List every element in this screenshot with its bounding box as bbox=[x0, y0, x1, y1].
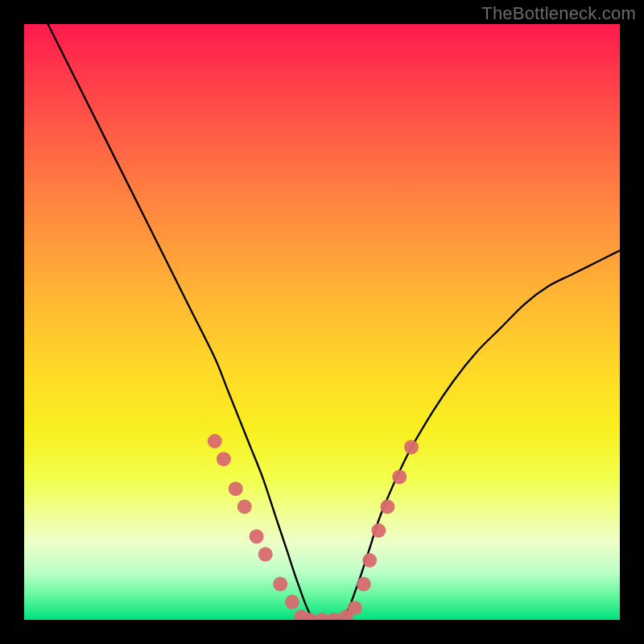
curve-marker bbox=[217, 452, 231, 466]
curve-marker bbox=[371, 523, 386, 538]
watermark-text: TheBottleneck.com bbox=[481, 3, 636, 24]
curve-marker bbox=[237, 499, 252, 514]
curve-marker bbox=[285, 595, 299, 609]
curve-marker bbox=[348, 601, 362, 615]
curve-svg bbox=[24, 24, 620, 620]
curve-marker bbox=[208, 434, 222, 448]
curve-marker bbox=[357, 577, 371, 592]
curve-marker bbox=[250, 529, 264, 543]
curve-markers bbox=[208, 434, 419, 620]
curve-marker bbox=[392, 469, 407, 484]
curve-marker bbox=[380, 499, 394, 514]
curve-marker bbox=[362, 553, 377, 568]
plot-area bbox=[24, 24, 620, 620]
bottleneck-curve bbox=[48, 24, 620, 620]
curve-marker bbox=[258, 547, 273, 562]
curve-marker bbox=[404, 440, 419, 454]
outer-frame: TheBottleneck.com bbox=[0, 0, 644, 644]
curve-marker bbox=[273, 577, 287, 592]
curve-marker bbox=[229, 481, 243, 496]
